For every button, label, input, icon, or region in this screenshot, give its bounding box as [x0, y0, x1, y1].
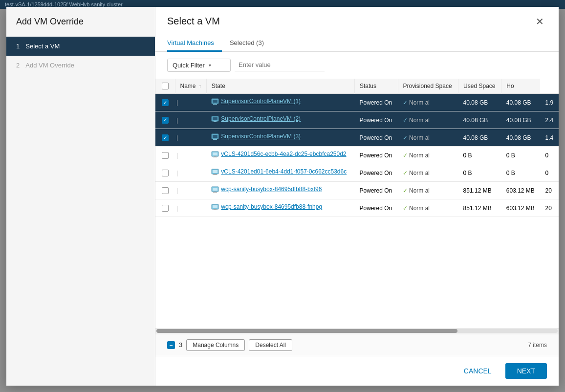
row-checkbox[interactable] [162, 152, 169, 159]
step-2-number: 2 [16, 62, 20, 69]
step-2: 2 Add VM Override [6, 56, 155, 75]
manage-columns-button[interactable]: Manage Columns [186, 339, 245, 351]
status-check-icon: ✓ [403, 117, 408, 124]
svg-rect-15 [213, 157, 217, 157]
svg-rect-11 [213, 139, 217, 140]
scrollbar-track [156, 329, 558, 333]
status-label: Norm al [409, 187, 430, 194]
action-row: CANCEL NEXT [155, 356, 559, 386]
vm-name-link[interactable]: SupervisorControlPlaneVM (2) [221, 115, 301, 122]
step-2-label: Add VM Override [25, 62, 74, 69]
selected-all-toggle[interactable] [167, 341, 175, 349]
col-header-status: Status [354, 79, 398, 94]
row-checkbox-cell [155, 164, 175, 182]
step-1-number: 1 [16, 43, 20, 50]
row-name-cell: SupervisorControlPlaneVM (1) [206, 94, 354, 111]
tab-selected[interactable]: Selected (3) [230, 35, 272, 52]
status-label: Norm al [409, 99, 430, 106]
vm-icon [211, 98, 219, 107]
footer-left: 3 Manage Columns Deselect All [167, 339, 528, 351]
drag-handle: | [175, 164, 206, 182]
row-checkbox[interactable] [162, 99, 169, 106]
vm-name-link[interactable]: wcp-sanity-busybox-84695dfb88-fnhpg [221, 203, 322, 210]
status-check-icon: ✓ [403, 99, 408, 106]
status-label: Norm al [409, 170, 430, 176]
row-state: Powered On [354, 164, 398, 182]
table-row: | wcp-sanity-busybox-84695dfb88-bxt96Pow… [155, 182, 559, 199]
cancel-button[interactable]: CANCEL [456, 363, 500, 379]
row-checkbox[interactable] [162, 170, 169, 176]
status-label: Norm al [409, 152, 430, 159]
drag-handle: | [175, 111, 206, 129]
drag-handle: | [175, 129, 206, 147]
deselect-all-button[interactable]: Deselect All [249, 339, 292, 351]
row-name-cell: vCLS-4201d56c-ecbb-4ea2-dc25-ebcbfca250d… [206, 147, 354, 164]
status-check-icon: ✓ [403, 170, 408, 176]
drag-handle: | [175, 147, 206, 164]
item-count: 7 items [528, 342, 547, 348]
row-checkbox[interactable] [162, 134, 169, 141]
vm-table-wrapper: Name ↑ State Status Provisioned Space Us… [155, 79, 559, 328]
row-ho: 0 [540, 147, 559, 164]
filter-input[interactable] [235, 59, 325, 71]
row-checkbox-cell [155, 182, 175, 199]
row-provisioned-space: 0 B [458, 147, 501, 164]
quick-filter-dropdown[interactable]: Quick Filter ▾ [167, 59, 231, 72]
row-status: ✓Norm al [398, 129, 458, 147]
row-used-space: 0 B [501, 147, 541, 164]
vm-name-link[interactable]: SupervisorControlPlaneVM (3) [221, 133, 301, 140]
table-row: | SupervisorControlPlaneVM (3)Powered On… [155, 129, 559, 147]
page-wrapper: test-vSA-1/1259ddd-1025f WebHvb sanity c… [0, 0, 565, 392]
vm-name-link[interactable]: wcp-sanity-busybox-84695dfb88-bxt96 [221, 186, 322, 193]
row-state: Powered On [354, 129, 398, 147]
tabs-bar: Virtual Machines Selected (3) [155, 35, 559, 52]
vm-icon [211, 203, 219, 213]
row-provisioned-space: 0 B [458, 164, 501, 182]
left-panel-title: Add VM Override [6, 17, 155, 37]
vm-icon [211, 186, 219, 195]
row-status: ✓Norm al [398, 164, 458, 182]
svg-rect-7 [213, 122, 217, 122]
table-row: | SupervisorControlPlaneVM (2)Powered On… [155, 111, 559, 129]
svg-rect-1 [213, 100, 217, 103]
svg-rect-6 [214, 121, 217, 122]
col-header-check [155, 79, 175, 94]
table-row: | vCLS-4201ed01-6eb4-4dd1-f057-0c662cc53… [155, 164, 559, 182]
scrollbar-thumb [156, 329, 457, 333]
row-state: Powered On [354, 199, 398, 217]
select-all-checkbox[interactable] [162, 83, 169, 89]
next-button[interactable]: NEXT [505, 363, 547, 379]
sort-arrow-icon: ↑ [199, 84, 201, 89]
row-status: ✓Norm al [398, 182, 458, 199]
row-ho: 0 [540, 164, 559, 182]
row-checkbox[interactable] [162, 205, 169, 212]
right-panel-header: Select a VM ✕ [155, 7, 559, 27]
right-panel-title: Select a VM [167, 16, 220, 27]
row-checkbox[interactable] [162, 117, 169, 124]
svg-rect-3 [213, 104, 217, 105]
row-checkbox-cell [155, 111, 175, 129]
status-check-icon: ✓ [403, 134, 408, 141]
horizontal-scrollbar[interactable] [155, 328, 559, 334]
vm-name-link[interactable]: SupervisorControlPlaneVM (1) [221, 98, 301, 105]
chevron-down-icon: ▾ [209, 63, 211, 68]
row-checkbox-cell [155, 129, 175, 147]
col-header-provisioned: Provisioned Space [398, 79, 458, 94]
vm-name-link[interactable]: vCLS-4201ed01-6eb4-4dd1-f057-0c662cc53d6… [221, 168, 347, 175]
row-status: ✓Norm al [398, 147, 458, 164]
vm-name-link[interactable]: vCLS-4201d56c-ecbb-4ea2-dc25-ebcbfca250d… [221, 151, 346, 157]
status-check-icon: ✓ [403, 205, 408, 212]
row-checkbox[interactable] [162, 187, 169, 194]
row-used-space: 0 B [501, 164, 541, 182]
step-1[interactable]: 1 Select a VM [6, 37, 155, 56]
svg-rect-23 [213, 192, 217, 193]
tab-virtual-machines[interactable]: Virtual Machines [167, 35, 222, 52]
row-used-space: 40.08 GB [501, 111, 541, 129]
row-state: Powered On [354, 147, 398, 164]
row-used-space: 603.12 MB [501, 182, 541, 199]
col-header-name[interactable]: Name ↑ [175, 79, 206, 94]
step-1-label: Select a VM [25, 43, 60, 50]
right-panel: Select a VM ✕ Virtual Machines Selected … [155, 7, 559, 386]
close-button[interactable]: ✕ [533, 16, 547, 27]
table-footer: 3 Manage Columns Deselect All 7 items [155, 334, 559, 356]
